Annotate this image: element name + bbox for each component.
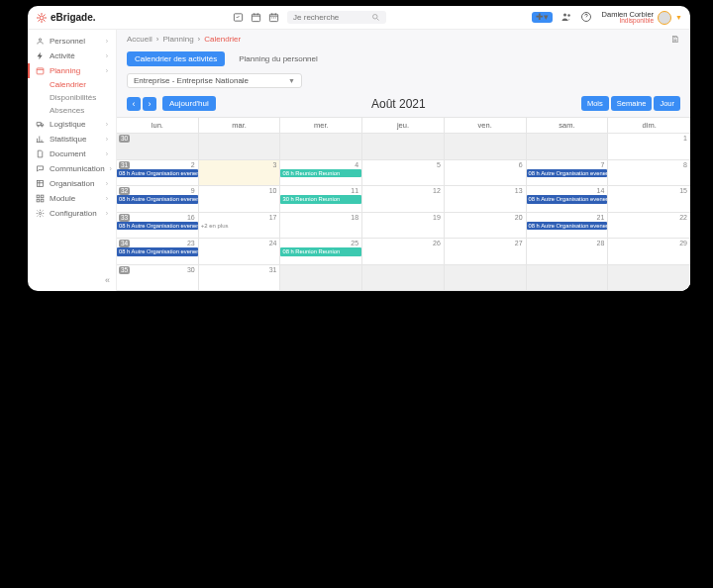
calendar-day-cell[interactable]: 18 xyxy=(280,213,362,239)
day-number: 20 xyxy=(515,214,523,221)
checklist-icon[interactable] xyxy=(233,12,244,23)
calendar-day-cell[interactable]: 331608 h Autre Organisation evenement 1 xyxy=(117,213,199,239)
calendar-event[interactable]: 08 h Autre Organisation evenement 1 xyxy=(527,169,608,178)
calendar-event[interactable]: 08 h Reunion Reunion xyxy=(280,169,361,178)
calendar-day-cell[interactable]: 3530 xyxy=(117,265,199,291)
calendar-day-cell[interactable]: 28 xyxy=(527,239,609,264)
calendar-event[interactable]: 08 h Autre Organisation evenement 1 xyxy=(117,169,198,178)
sidebar-item-document[interactable]: Document› xyxy=(28,147,116,161)
svg-rect-15 xyxy=(37,199,40,202)
tab-planning-personnel[interactable]: Planning du personnel xyxy=(231,51,326,66)
sidebar-sub-disponibilités[interactable]: Disponibilités xyxy=(28,91,116,104)
help-icon[interactable] xyxy=(580,11,592,25)
brand-logo[interactable]: eBrigade. xyxy=(36,12,96,24)
sidebar-item-communication[interactable]: Communication› xyxy=(28,161,116,176)
calendar-day-cell[interactable]: 32908 h Autre Organisation evenement 1 xyxy=(117,186,199,212)
calendar-day-cell[interactable]: 1130 h Reunion Reunion xyxy=(280,186,362,212)
sidebar-item-module[interactable]: Module› xyxy=(28,191,116,206)
calendar-day-cell[interactable]: 3 xyxy=(199,160,281,186)
calendar-day-cell[interactable]: 31208 h Autre Organisation evenement 1 xyxy=(117,160,199,186)
calendar-day-cell[interactable]: 17+2 en plus xyxy=(199,213,281,239)
sidebar-item-activité[interactable]: Activité› xyxy=(28,49,116,63)
calendar-day-cell[interactable]: 19 xyxy=(362,213,445,239)
breadcrumb-item[interactable]: Accueil xyxy=(127,35,153,44)
calendar-event[interactable]: 30 h Reunion Reunion xyxy=(280,195,361,204)
calendar-day-cell[interactable] xyxy=(445,134,527,159)
sidebar-item-planning[interactable]: Planning› xyxy=(28,63,116,78)
calendar-day-cell[interactable]: 31 xyxy=(199,265,281,291)
calendar-day-cell[interactable]: 8 xyxy=(608,160,690,186)
calendar-day-cell[interactable]: 408 h Reunion Reunion xyxy=(280,160,362,186)
calendar-day-cell[interactable] xyxy=(608,265,690,291)
calendar-day-cell[interactable] xyxy=(280,134,362,159)
calendar-day-cell[interactable]: 1 xyxy=(608,134,690,159)
calendar-day-cell[interactable] xyxy=(527,265,609,291)
user-menu[interactable]: Damien Corbier Indisponible ▼ xyxy=(602,11,682,25)
calendar-event[interactable]: 08 h Autre Organisation evenement 1 xyxy=(117,247,198,256)
calendar-day-cell[interactable] xyxy=(527,134,609,159)
breadcrumb-item[interactable]: Planning xyxy=(162,35,193,44)
calendar-event[interactable]: 08 h Autre Organisation evenement 1 xyxy=(117,195,198,204)
entity-dropdown[interactable]: Entreprise - Entreprise Nationale ▼ xyxy=(127,73,302,88)
dow-label: sam. xyxy=(527,118,609,134)
calendar-day-cell[interactable]: 13 xyxy=(445,186,527,212)
search-box[interactable] xyxy=(287,11,386,24)
calendar-event[interactable]: 08 h Autre Organisation evenement 1 xyxy=(527,222,608,231)
view-month-button[interactable]: Mois xyxy=(581,96,609,111)
calendar-week-icon[interactable] xyxy=(268,12,279,23)
calendar-day-cell[interactable]: 29 xyxy=(608,239,690,264)
breadcrumbs: Accueil › Planning › Calendrier 🗎 xyxy=(117,30,690,49)
collapse-sidebar-icon[interactable]: « xyxy=(105,275,110,285)
day-number: 31 xyxy=(269,266,277,273)
search-input[interactable] xyxy=(293,13,371,22)
calendar-day-cell[interactable]: 2108 h Autre Organisation evenement 1 xyxy=(527,213,609,239)
calendar-day-cell[interactable]: 5 xyxy=(362,160,445,186)
users-icon[interactable] xyxy=(560,11,572,25)
calendar-day-cell[interactable] xyxy=(199,134,281,159)
calendar-day-cell[interactable]: 15 xyxy=(608,186,690,212)
sidebar-sub-absences[interactable]: Absences xyxy=(28,104,116,117)
add-button[interactable]: ✚▾ xyxy=(532,12,553,23)
calendar-day-cell[interactable]: 30 xyxy=(117,134,199,159)
calendar-day-cell[interactable] xyxy=(445,265,527,291)
calendar-day-cell[interactable]: 708 h Autre Organisation evenement 1 xyxy=(527,160,609,186)
sidebar-item-logistique[interactable]: Logistique› xyxy=(28,117,116,132)
calendar-day-cell[interactable]: 6 xyxy=(445,160,527,186)
calendar-day-cell[interactable]: 24 xyxy=(199,239,281,264)
sidebar-sub-calendrier[interactable]: Calendrier xyxy=(28,78,116,91)
calendar-day-cell[interactable]: 10 xyxy=(199,186,281,212)
calendar-event[interactable]: 08 h Autre Organisation evenement 1 xyxy=(527,195,608,204)
calendar-day-cell[interactable]: 27 xyxy=(445,239,527,264)
calendar-day-cell[interactable]: 2508 h Reunion Reunion xyxy=(280,239,362,264)
sidebar-item-configuration[interactable]: Configuration› xyxy=(28,206,116,221)
calendar-day-cell[interactable]: 22 xyxy=(608,213,690,239)
sidebar-item-personnel[interactable]: Personnel› xyxy=(28,34,116,49)
today-button[interactable]: Aujourd'hui xyxy=(162,96,216,111)
sidebar-item-organisation[interactable]: Organisation› xyxy=(28,176,116,191)
calendar-dow-row: lun.mar.mer.jeu.ven.sam.dim. xyxy=(117,118,690,134)
calendar-day-cell[interactable]: 342308 h Autre Organisation evenement 1 xyxy=(117,239,199,264)
calendar-day-cell[interactable]: 12 xyxy=(362,186,445,212)
day-number: 26 xyxy=(433,240,441,246)
view-day-button[interactable]: Jour xyxy=(654,96,680,111)
calendar-day-icon[interactable] xyxy=(251,12,261,23)
calendar-event[interactable]: 08 h Reunion Reunion xyxy=(280,247,361,256)
doc-icon[interactable]: 🗎 xyxy=(670,34,680,45)
next-button[interactable]: › xyxy=(143,97,156,111)
day-number: 18 xyxy=(351,214,358,221)
tabs: Calendrier des activités Planning du per… xyxy=(117,49,690,69)
tab-calendar-activities[interactable]: Calendrier des activités xyxy=(127,51,225,66)
calendar-event[interactable]: 08 h Autre Organisation evenement 1 xyxy=(117,222,198,231)
more-events-link[interactable]: +2 en plus xyxy=(201,223,280,229)
entity-dropdown-label: Entreprise - Entreprise Nationale xyxy=(134,76,249,85)
sidebar-item-statistique[interactable]: Statistique› xyxy=(28,132,116,147)
calendar-day-cell[interactable] xyxy=(362,134,445,159)
svg-point-8 xyxy=(39,39,41,41)
calendar-day-cell[interactable] xyxy=(280,265,362,291)
calendar-day-cell[interactable] xyxy=(362,265,445,291)
view-week-button[interactable]: Semaine xyxy=(611,96,653,111)
prev-button[interactable]: ‹ xyxy=(127,97,141,111)
calendar-day-cell[interactable]: 20 xyxy=(445,213,527,239)
calendar-day-cell[interactable]: 1408 h Autre Organisation evenement 1 xyxy=(527,186,609,212)
calendar-day-cell[interactable]: 26 xyxy=(362,239,445,264)
